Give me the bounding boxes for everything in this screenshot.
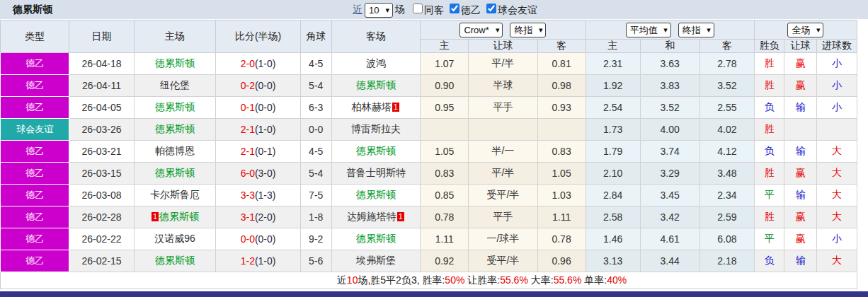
avg-draw-cell: 4.61 [640, 228, 699, 250]
avg-away-cell: 2.34 [699, 185, 754, 206]
red-card-badge: 1 [397, 212, 404, 221]
team-name: 帕德博恩 [155, 145, 195, 156]
table-header: 类型 日期 主场 比分(半场) 角球 客场 Crow* 终指 平均值 终指 全场 [1, 21, 857, 53]
result-wdl-cell: 胜 [754, 163, 784, 185]
halftime-score: (0-0) [255, 80, 276, 91]
odds-handicap-cell: 平手 [469, 206, 537, 228]
title-bar: 德累斯顿 近 10 场 同客德乙球会友谊 [0, 0, 868, 20]
table-row: 德乙26-02-22汉诺威960-0(0-0)9-2德累斯顿1.11一/球半0.… [1, 228, 857, 250]
away-team-cell: 德累斯顿 [331, 228, 421, 250]
result-wdl-cell: 负 [754, 141, 784, 163]
period-select[interactable]: 全场 [788, 23, 823, 37]
summary-stats: 近10场,胜5平2负3, 胜率:50% 让胜率:55.6% 大率:55.6% 单… [1, 272, 857, 289]
team-name: 卡尔斯鲁厄 [150, 189, 200, 200]
home-team-cell: 德累斯顿 [134, 163, 216, 185]
col-header-home: 主场 [134, 21, 216, 53]
summary-stat-value: 50% [445, 274, 464, 286]
league-type-cell: 德乙 [1, 206, 69, 228]
avg-draw-cell: 3.44 [640, 250, 699, 272]
recent-count-select-wrap: 10 [365, 3, 393, 18]
bookmaker-select-wrap: Crow* [459, 23, 503, 37]
result-handicap-cell: 输 [784, 97, 817, 119]
subcol-odds-handicap: 让球 [469, 40, 537, 53]
odds-handicap-cell: 受平/半 [469, 185, 537, 206]
fulltime-score: 3-1 [241, 211, 255, 223]
odds-home-cell: 1.11 [421, 228, 469, 250]
odds-home-cell: 0.90 [421, 75, 469, 97]
fulltime-score: 0-1 [241, 102, 255, 113]
bookmaker-select[interactable]: Crow* [460, 23, 502, 37]
avg-away-cell: 2.59 [699, 206, 754, 228]
result-goals-cell: 小 [817, 228, 857, 250]
avg-select-wrap: 平均值 [626, 23, 671, 37]
corner-cell: 5-4 [300, 163, 331, 185]
result-goals-cell: 小 [817, 75, 857, 97]
result-goals-cell: 大 [817, 163, 857, 185]
result-wdl-cell: 平 [754, 185, 784, 206]
away-team-cell: 波鸿 [331, 53, 421, 75]
league-type-cell: 德乙 [1, 185, 69, 206]
avg-home-cell: 3.13 [586, 250, 640, 272]
league-type-cell: 德乙 [1, 97, 69, 119]
league-type-cell: 德乙 [1, 163, 69, 185]
team-name: 德累斯顿 [356, 233, 396, 244]
home-team-cell: 德累斯顿 [134, 250, 216, 272]
home-team-cell: 德累斯顿 [134, 53, 216, 75]
odds-handicap-cell: 平/半 [469, 163, 537, 185]
avg-draw-cell: 3.63 [640, 53, 699, 75]
table-row: 德乙26-03-08卡尔斯鲁厄3-3(1-3)7-5德累斯顿0.85受平/半1.… [1, 185, 857, 206]
filter-checkbox-label: 球会友谊 [498, 4, 537, 16]
result-wdl-cell: 胜 [754, 119, 784, 141]
odds-home-cell: 0.92 [421, 250, 469, 272]
corner-cell: 7-5 [300, 185, 331, 206]
filter-checkbox-球会友谊[interactable] [486, 4, 496, 13]
result-goals-cell [817, 119, 857, 141]
odds-away-cell: 1.03 [537, 185, 586, 206]
recent-link[interactable]: 近 [353, 4, 362, 16]
avg-home-cell: 2.10 [586, 163, 640, 185]
score-cell: 0-1(0-0) [216, 97, 301, 119]
recent-count-select[interactable]: 10 [365, 4, 392, 17]
corner-cell: 4-5 [300, 53, 331, 75]
odds-stage-select[interactable]: 终指 [510, 23, 545, 37]
avg-away-cell: 6.08 [699, 228, 754, 250]
away-team-cell: 埃弗斯堡 [331, 250, 421, 272]
score-cell: 2-1(0-1) [216, 141, 301, 163]
match-date-cell: 26-04-05 [69, 97, 134, 119]
odds-handicap-cell: 半球 [469, 75, 537, 97]
league-type-cell: 德乙 [1, 75, 69, 97]
home-team-cell: 卡尔斯鲁厄 [134, 185, 216, 206]
avg-draw-cell: 4.00 [640, 119, 699, 141]
avg-away-cell: 3.52 [699, 75, 754, 97]
avg-stage-select[interactable]: 终指 [679, 23, 714, 37]
result-wdl-cell: 胜 [754, 53, 784, 75]
table-row: 德乙26-04-18德累斯顿2-0(1-0)4-5波鸿1.07平/半0.812.… [1, 53, 857, 75]
away-team-cell: 德累斯顿 [331, 185, 421, 206]
odds-handicap-cell: 半/一 [469, 141, 537, 163]
match-date-cell: 26-02-28 [69, 206, 134, 228]
avg-away-cell: 2.55 [699, 97, 754, 119]
match-date-cell: 26-03-08 [69, 185, 134, 206]
odds-home-cell: 0.95 [421, 97, 469, 119]
team-name: 达姆施塔特 [347, 211, 396, 222]
halftime-score: (0-1) [255, 146, 276, 157]
corner-cell: 9-2 [300, 228, 331, 250]
corner-cell: 5-6 [300, 250, 331, 272]
fulltime-score: 2-0 [241, 58, 255, 69]
avg-stage-select-wrap: 终指 [678, 23, 714, 37]
subcol-avg-home: 主 [586, 40, 640, 53]
team-name: 德累斯顿 [356, 79, 396, 91]
result-goals-cell: 大 [817, 141, 857, 163]
away-team-cell: 柏林赫塔1 [331, 97, 421, 119]
avg-draw-cell: 3.83 [640, 75, 699, 97]
odds-away-cell: 0.81 [537, 53, 586, 75]
halftime-score: (1-3) [255, 190, 276, 201]
avg-select[interactable]: 平均值 [627, 23, 670, 37]
odds-away-cell: 0.93 [537, 97, 586, 119]
league-type-cell: 德乙 [1, 53, 69, 75]
subcol-odds-home: 主 [421, 40, 469, 53]
filter-checkbox-同客[interactable] [413, 4, 423, 13]
odds-away-cell: 1.05 [537, 163, 586, 185]
team-name: 德累斯顿 [155, 255, 195, 266]
filter-checkbox-德乙[interactable] [450, 4, 459, 13]
